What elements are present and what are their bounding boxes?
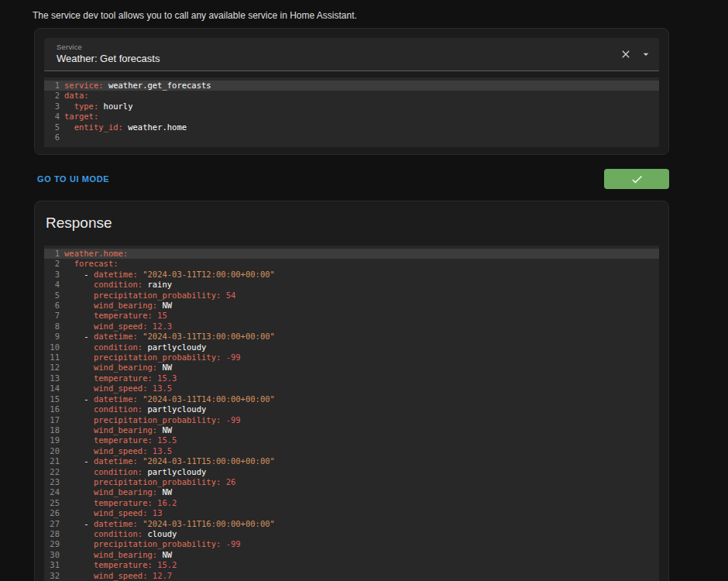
code-text: temperature: 15.5 — [60, 435, 659, 445]
response-card: Response 1weather.home:2 forecast:3 - da… — [34, 201, 669, 581]
go-to-ui-mode-link[interactable]: GO TO UI MODE — [34, 174, 109, 184]
code-text: precipitation_probability: -99 — [60, 415, 659, 425]
response-yaml-editor[interactable]: 1weather.home:2 forecast:3 - datetime: "… — [44, 246, 659, 581]
code-line: 17 precipitation_probability: -99 — [44, 415, 659, 425]
code-text — [60, 132, 659, 143]
line-number: 13 — [44, 373, 60, 383]
code-line: 6 wind_bearing: NW — [44, 301, 659, 311]
code-text: wind_bearing: NW — [60, 487, 659, 497]
line-number: 18 — [44, 425, 60, 435]
code-text: type: hourly — [60, 101, 659, 112]
code-text: - datetime: "2024-03-11T15:00:00+00:00" — [60, 456, 659, 466]
code-line: 12 wind_bearing: NW — [44, 363, 659, 373]
line-number: 7 — [44, 311, 60, 321]
response-title: Response — [46, 215, 668, 232]
line-number: 26 — [44, 508, 60, 518]
code-text: condition: cloudy — [60, 529, 659, 539]
code-line: 3 type: hourly — [44, 101, 659, 112]
service-field-label: Service — [57, 43, 82, 51]
code-line: 28 condition: cloudy — [44, 529, 659, 539]
line-number: 14 — [44, 383, 60, 394]
line-number: 10 — [44, 342, 60, 352]
code-text: temperature: 15.3 — [60, 373, 659, 383]
code-text: wind_speed: 13.5 — [60, 446, 659, 456]
code-line: 10 condition: partlycloudy — [44, 342, 659, 352]
line-number: 1 — [44, 81, 60, 91]
line-number: 17 — [44, 415, 60, 425]
line-number: 6 — [44, 301, 60, 311]
line-number: 27 — [44, 519, 60, 529]
code-line: 19 temperature: 15.5 — [44, 435, 659, 445]
line-number: 4 — [44, 112, 60, 122]
code-text: wind_speed: 13.5 — [60, 383, 659, 394]
line-number: 21 — [44, 456, 60, 466]
code-text: forecast: — [60, 259, 659, 269]
code-text: wind_bearing: NW — [60, 550, 659, 560]
code-line: 15 - datetime: "2024-03-11T14:00:00+00:0… — [44, 394, 659, 404]
code-text: temperature: 16.2 — [60, 498, 659, 508]
code-line: 32 wind_speed: 12.7 — [44, 571, 659, 581]
line-number: 30 — [44, 550, 60, 560]
intro-text: The service dev tool allows you to call … — [33, 10, 357, 21]
line-number: 1 — [44, 249, 60, 259]
line-number: 3 — [44, 101, 60, 112]
service-field-value: Weather: Get forecasts — [57, 53, 160, 64]
line-number: 32 — [44, 571, 60, 581]
line-number: 6 — [44, 132, 60, 143]
line-number: 3 — [44, 270, 60, 280]
line-number: 15 — [44, 394, 60, 404]
code-text: precipitation_probability: 54 — [60, 290, 659, 301]
service-picker-field[interactable]: Service Weather: Get forecasts — [44, 38, 659, 71]
code-text: target: — [60, 112, 659, 122]
code-line: 14 wind_speed: 13.5 — [44, 383, 659, 394]
code-line: 11 precipitation_probability: -99 — [44, 352, 659, 363]
code-line: 26 wind_speed: 13 — [44, 508, 659, 518]
line-number: 28 — [44, 529, 60, 539]
code-line: 7 temperature: 15 — [44, 311, 659, 321]
line-number: 2 — [44, 259, 60, 269]
service-call-card: Service Weather: Get forecasts 1service:… — [34, 28, 669, 155]
line-number: 25 — [44, 498, 60, 508]
code-text: entity_id: weather.home — [60, 122, 659, 132]
code-line: 1weather.home: — [44, 249, 659, 259]
code-text: wind_speed: 13 — [60, 508, 659, 518]
code-text: temperature: 15 — [60, 311, 659, 321]
code-line: 2data: — [44, 91, 659, 101]
call-service-button[interactable] — [604, 169, 669, 189]
code-line: 31 temperature: 15.2 — [44, 560, 659, 570]
service-yaml-editor[interactable]: 1service: weather.get_forecasts2data:3 t… — [44, 77, 659, 147]
code-line: 9 - datetime: "2024-03-11T13:00:00+00:00… — [44, 332, 659, 342]
code-line: 18 wind_bearing: NW — [44, 425, 659, 435]
line-number: 5 — [44, 290, 60, 301]
code-text: - datetime: "2024-03-11T13:00:00+00:00" — [60, 332, 659, 342]
code-text: wind_speed: 12.7 — [60, 571, 659, 581]
line-number: 9 — [44, 332, 60, 342]
line-number: 2 — [44, 91, 60, 101]
line-number: 19 — [44, 435, 60, 445]
code-text: - datetime: "2024-03-11T14:00:00+00:00" — [60, 394, 659, 404]
code-line: 27 - datetime: "2024-03-11T16:00:00+00:0… — [44, 519, 659, 529]
code-line: 22 condition: partlycloudy — [44, 467, 659, 477]
line-number: 23 — [44, 477, 60, 487]
code-text: wind_bearing: NW — [60, 425, 659, 435]
code-text: wind_bearing: NW — [60, 363, 659, 373]
code-text: temperature: 15.2 — [60, 560, 659, 570]
line-number: 4 — [44, 280, 60, 290]
code-text: weather.home: — [60, 249, 659, 259]
code-line: 6 — [44, 132, 659, 143]
code-line: 1service: weather.get_forecasts — [44, 81, 659, 91]
code-line: 13 temperature: 15.3 — [44, 373, 659, 383]
code-text: data: — [60, 91, 659, 101]
code-line: 5 precipitation_probability: 54 — [44, 290, 659, 301]
code-line: 25 temperature: 16.2 — [44, 498, 659, 508]
code-text: condition: partlycloudy — [60, 467, 659, 477]
line-number: 24 — [44, 487, 60, 497]
code-text: service: weather.get_forecasts — [60, 81, 659, 91]
check-icon — [630, 173, 644, 186]
code-line: 16 condition: partlycloudy — [44, 404, 659, 414]
code-line: 8 wind_speed: 12.3 — [44, 321, 659, 332]
code-line: 3 - datetime: "2024-03-11T12:00:00+00:00… — [44, 270, 659, 280]
code-line: 21 - datetime: "2024-03-11T15:00:00+00:0… — [44, 456, 659, 466]
clear-icon[interactable] — [619, 47, 633, 61]
chevron-down-icon[interactable] — [639, 47, 653, 61]
